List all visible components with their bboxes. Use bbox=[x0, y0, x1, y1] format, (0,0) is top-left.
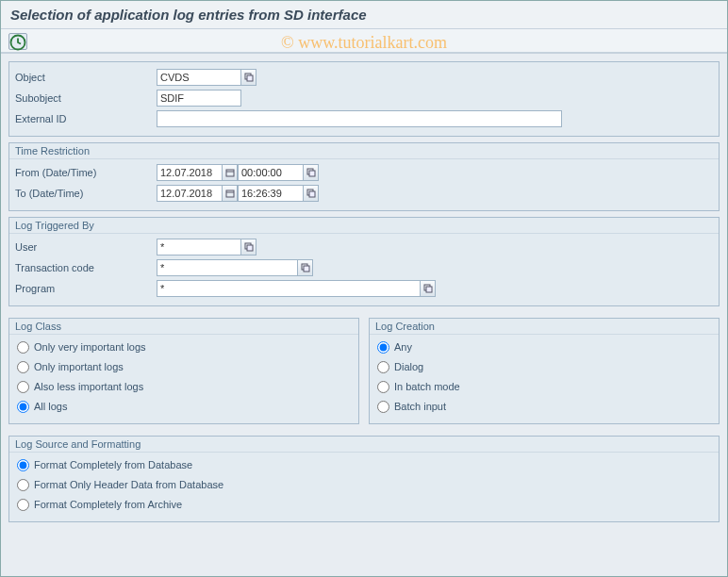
group-time: Time Restriction From (Date/Time) To (Da… bbox=[8, 142, 720, 211]
svg-rect-2 bbox=[247, 75, 253, 81]
label-from: From (Date/Time) bbox=[15, 167, 157, 178]
group-title-source: Log Source and Formatting bbox=[9, 437, 719, 453]
radio-creation-0[interactable] bbox=[377, 341, 389, 354]
group-title-triggered: Log Triggered By bbox=[9, 218, 719, 234]
label-external-id: External ID bbox=[15, 113, 157, 124]
f4-from-date[interactable] bbox=[223, 164, 238, 181]
radio-creation-1[interactable] bbox=[377, 361, 389, 373]
svg-rect-5 bbox=[309, 171, 315, 176]
label-tcode: Transaction code bbox=[15, 262, 157, 273]
input-external-id[interactable] bbox=[157, 110, 562, 127]
radio-creation-2[interactable] bbox=[377, 381, 389, 393]
radio-label: Format Completely from Database bbox=[34, 459, 192, 470]
input-to-time[interactable] bbox=[238, 185, 304, 202]
svg-rect-10 bbox=[247, 245, 253, 251]
label-object: Object bbox=[15, 72, 157, 83]
input-program[interactable] bbox=[157, 280, 421, 297]
radio-class-0[interactable] bbox=[17, 341, 29, 354]
search-help-icon bbox=[306, 168, 316, 177]
group-log-class: Log Class Only very important logs Only … bbox=[8, 318, 359, 424]
search-help-icon bbox=[244, 242, 254, 252]
radio-creation-3[interactable] bbox=[377, 401, 389, 413]
radio-class-3[interactable] bbox=[17, 401, 29, 413]
group-title-class: Log Class bbox=[9, 319, 358, 335]
label-user: User bbox=[15, 241, 157, 253]
radio-label: Format Completely from Archive bbox=[34, 499, 182, 510]
input-user[interactable] bbox=[157, 239, 241, 256]
group-log-creation: Log Creation Any Dialog In batch mode Ba… bbox=[369, 318, 720, 424]
group-selection: Object Subobject External ID bbox=[8, 61, 720, 137]
f4-to-date[interactable] bbox=[223, 185, 238, 202]
radio-source-1[interactable] bbox=[17, 479, 29, 491]
execute-button[interactable] bbox=[8, 33, 27, 50]
f4-program[interactable] bbox=[421, 280, 436, 297]
radio-label: Also less important logs bbox=[34, 381, 143, 392]
search-help-icon bbox=[306, 189, 316, 198]
page-title: Selection of application log entries fro… bbox=[1, 1, 727, 29]
svg-rect-8 bbox=[309, 191, 315, 197]
radio-label: Format Only Header Data from Database bbox=[34, 479, 223, 490]
group-triggered: Log Triggered By User Transaction code P… bbox=[8, 217, 720, 306]
radio-class-2[interactable] bbox=[17, 381, 29, 393]
radio-label: All logs bbox=[34, 401, 67, 412]
input-from-time[interactable] bbox=[238, 164, 304, 181]
radio-label: Any bbox=[394, 341, 412, 353]
radio-label: Dialog bbox=[394, 361, 423, 372]
svg-rect-14 bbox=[426, 287, 432, 292]
group-title-time: Time Restriction bbox=[9, 143, 719, 159]
radio-label: In batch mode bbox=[394, 381, 460, 392]
calendar-icon bbox=[225, 168, 235, 177]
input-subobject[interactable] bbox=[157, 90, 241, 107]
input-from-date[interactable] bbox=[157, 164, 223, 181]
input-object[interactable] bbox=[157, 69, 241, 86]
label-subobject: Subobject bbox=[15, 92, 157, 104]
radio-label: Only very important logs bbox=[34, 341, 146, 353]
calendar-icon bbox=[225, 189, 235, 198]
radio-label: Only important logs bbox=[34, 361, 124, 372]
group-title-creation: Log Creation bbox=[370, 319, 719, 335]
clock-execute-icon bbox=[9, 34, 26, 51]
toolbar bbox=[1, 29, 727, 54]
f4-tcode[interactable] bbox=[298, 259, 313, 276]
radio-source-0[interactable] bbox=[17, 459, 29, 471]
f4-to-time[interactable] bbox=[304, 185, 319, 202]
svg-rect-12 bbox=[304, 266, 309, 272]
label-program: Program bbox=[15, 283, 157, 294]
search-help-icon bbox=[301, 263, 310, 272]
input-to-date[interactable] bbox=[157, 185, 223, 202]
input-tcode[interactable] bbox=[157, 259, 298, 276]
radio-class-1[interactable] bbox=[17, 361, 29, 373]
radio-source-2[interactable] bbox=[17, 499, 29, 511]
f4-object[interactable] bbox=[241, 69, 256, 86]
radio-label: Batch input bbox=[394, 401, 446, 412]
svg-rect-3 bbox=[226, 170, 234, 176]
search-help-icon bbox=[423, 284, 433, 293]
f4-user[interactable] bbox=[241, 239, 256, 256]
f4-from-time[interactable] bbox=[304, 164, 319, 181]
group-log-source: Log Source and Formatting Format Complet… bbox=[8, 436, 720, 522]
svg-rect-6 bbox=[226, 190, 234, 197]
search-help-icon bbox=[244, 73, 254, 82]
label-to: To (Date/Time) bbox=[15, 188, 157, 199]
